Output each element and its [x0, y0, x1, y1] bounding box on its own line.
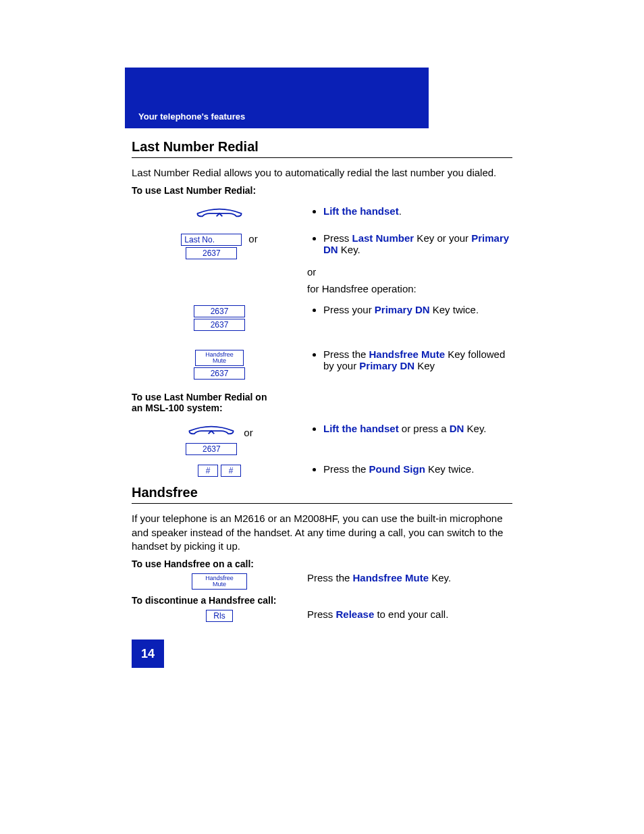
step-b-lift-or-dn: Lift the handset or press a DN Key.	[323, 423, 512, 434]
key-pound-1: #	[198, 465, 218, 477]
procedure-b-label: To use Last Number Redial on an MSL-100 …	[132, 392, 280, 413]
section-title-handsfree: Handsfree	[132, 485, 512, 504]
key-pound-2: #	[221, 465, 241, 477]
step-press-last-number: Press Last Number Key or your Primary DN…	[323, 232, 512, 255]
section-title-last-number-redial: Last Number Redial	[132, 139, 512, 158]
key-dn-b: 2637	[186, 443, 237, 455]
key-handsfree-mute-2: HandsfreeMute	[192, 573, 247, 590]
step-press-handsfree-then-dn: Press the Handsfree Mute Key followed by…	[323, 348, 512, 371]
or-label: or	[248, 233, 257, 244]
procedure-a-label: To use Last Number Redial:	[132, 185, 512, 196]
handsfree-proc-a-label: To use Handsfree on a call:	[132, 558, 512, 569]
key-last-no: Last No.	[181, 234, 242, 246]
step-press-primary-dn-twice: Press your Primary DN Key twice.	[323, 304, 512, 315]
header-title: Your telephone's features	[138, 111, 245, 122]
section2-intro: If your telephone is an M2616 or an M200…	[132, 512, 512, 553]
or-line: or	[307, 266, 512, 278]
step-b-pound-twice: Press the Pound Sign Key twice.	[323, 463, 512, 475]
step-lift-handset: Lift the handset.	[323, 205, 512, 217]
key-dn-2: 2637	[194, 319, 245, 331]
key-handsfree-mute: HandsfreeMute	[195, 350, 244, 366]
key-dn-3: 2637	[194, 367, 245, 380]
handset-icon	[194, 207, 244, 224]
key-rls: Rls	[206, 610, 233, 622]
step-handsfree-press: Press the Handsfree Mute Key.	[307, 572, 512, 583]
or-label-b: or	[244, 427, 252, 438]
header-banner: Your telephone's features	[125, 68, 429, 128]
handsfree-proc-b-label: To discontinue a Handsfree call:	[132, 595, 512, 606]
key-dn: 2637	[186, 247, 237, 259]
section1-intro: Last Number Redial allows you to automat…	[132, 166, 512, 180]
key-dn-1: 2637	[194, 305, 245, 317]
handset-icon	[186, 424, 236, 442]
step-release: Press Release to end your call.	[307, 608, 512, 620]
handsfree-operation-line: for Handsfree operation:	[307, 283, 512, 294]
page-number: 14	[132, 640, 164, 668]
